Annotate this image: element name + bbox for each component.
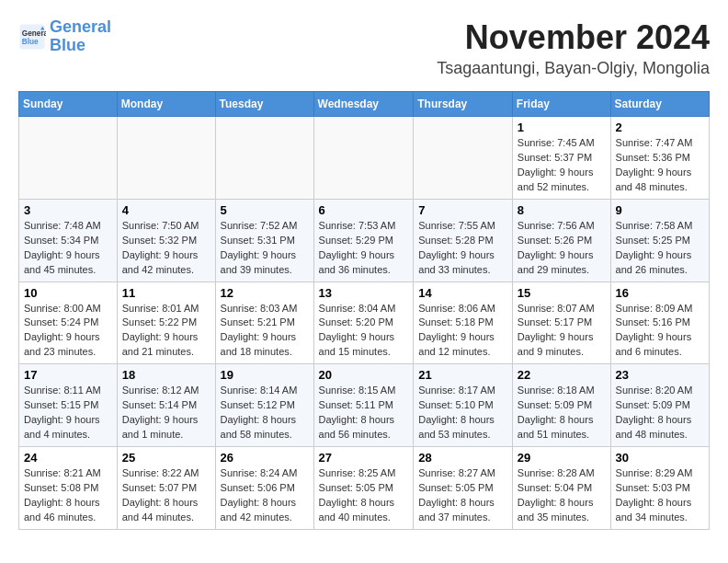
logo: General Blue General Blue bbox=[18, 18, 111, 55]
day-number: 8 bbox=[518, 203, 606, 217]
day-info: Sunrise: 8:20 AMSunset: 5:09 PMDaylight:… bbox=[616, 384, 704, 442]
day-number: 14 bbox=[418, 286, 507, 300]
day-cell: 18Sunrise: 8:12 AMSunset: 5:14 PMDayligh… bbox=[117, 364, 215, 447]
day-info: Sunrise: 8:17 AMSunset: 5:10 PMDaylight:… bbox=[418, 384, 507, 442]
day-info: Sunrise: 8:14 AMSunset: 5:12 PMDaylight:… bbox=[221, 384, 309, 442]
day-number: 27 bbox=[319, 451, 409, 465]
day-number: 24 bbox=[24, 451, 112, 465]
week-row-4: 24Sunrise: 8:21 AMSunset: 5:08 PMDayligh… bbox=[19, 447, 710, 530]
weekday-header-row: SundayMondayTuesdayWednesdayThursdayFrid… bbox=[19, 92, 710, 117]
day-cell: 11Sunrise: 8:01 AMSunset: 5:22 PMDayligh… bbox=[117, 282, 215, 364]
day-cell bbox=[117, 117, 215, 200]
day-number: 22 bbox=[518, 368, 606, 382]
day-info: Sunrise: 7:48 AMSunset: 5:34 PMDaylight:… bbox=[24, 219, 112, 278]
day-cell: 12Sunrise: 8:03 AMSunset: 5:21 PMDayligh… bbox=[215, 282, 313, 364]
svg-text:General: General bbox=[22, 29, 46, 37]
day-number: 18 bbox=[122, 368, 210, 382]
day-number: 19 bbox=[221, 368, 309, 382]
day-number: 25 bbox=[122, 451, 210, 465]
day-cell: 8Sunrise: 7:56 AMSunset: 5:26 PMDaylight… bbox=[512, 199, 610, 282]
week-row-3: 17Sunrise: 8:11 AMSunset: 5:15 PMDayligh… bbox=[19, 364, 710, 447]
day-info: Sunrise: 7:55 AMSunset: 5:28 PMDaylight:… bbox=[418, 219, 507, 278]
day-cell: 19Sunrise: 8:14 AMSunset: 5:12 PMDayligh… bbox=[215, 364, 313, 447]
week-row-0: 1Sunrise: 7:45 AMSunset: 5:37 PMDaylight… bbox=[19, 117, 710, 200]
svg-text:Blue: Blue bbox=[22, 37, 39, 45]
day-cell: 13Sunrise: 8:04 AMSunset: 5:20 PMDayligh… bbox=[313, 282, 414, 364]
day-number: 10 bbox=[24, 286, 112, 300]
title-section: November 2024 Tsagaantungi, Bayan-Olgiy,… bbox=[437, 18, 710, 78]
day-info: Sunrise: 7:52 AMSunset: 5:31 PMDaylight:… bbox=[221, 219, 309, 278]
week-row-2: 10Sunrise: 8:00 AMSunset: 5:24 PMDayligh… bbox=[19, 282, 710, 364]
day-info: Sunrise: 8:04 AMSunset: 5:20 PMDaylight:… bbox=[319, 302, 409, 361]
day-cell: 29Sunrise: 8:28 AMSunset: 5:04 PMDayligh… bbox=[512, 447, 610, 530]
day-info: Sunrise: 8:24 AMSunset: 5:06 PMDaylight:… bbox=[221, 466, 309, 525]
day-cell: 20Sunrise: 8:15 AMSunset: 5:11 PMDayligh… bbox=[313, 364, 414, 447]
day-info: Sunrise: 8:07 AMSunset: 5:17 PMDaylight:… bbox=[518, 302, 606, 361]
day-number: 26 bbox=[221, 451, 309, 465]
logo-text: General Blue bbox=[50, 18, 111, 55]
calendar-table: SundayMondayTuesdayWednesdayThursdayFrid… bbox=[18, 91, 710, 530]
day-cell: 5Sunrise: 7:52 AMSunset: 5:31 PMDaylight… bbox=[215, 199, 313, 282]
day-cell: 14Sunrise: 8:06 AMSunset: 5:18 PMDayligh… bbox=[414, 282, 513, 364]
logo-blue: Blue bbox=[50, 36, 85, 54]
day-cell: 28Sunrise: 8:27 AMSunset: 5:05 PMDayligh… bbox=[414, 447, 513, 530]
day-number: 11 bbox=[122, 286, 210, 300]
day-number: 1 bbox=[518, 121, 606, 134]
weekday-header-thursday: Thursday bbox=[414, 92, 513, 117]
day-cell: 23Sunrise: 8:20 AMSunset: 5:09 PMDayligh… bbox=[610, 364, 709, 447]
weekday-header-saturday: Saturday bbox=[610, 92, 709, 117]
day-info: Sunrise: 7:56 AMSunset: 5:26 PMDaylight:… bbox=[518, 219, 606, 278]
day-info: Sunrise: 7:58 AMSunset: 5:25 PMDaylight:… bbox=[616, 219, 704, 278]
day-info: Sunrise: 8:21 AMSunset: 5:08 PMDaylight:… bbox=[24, 466, 112, 525]
day-number: 23 bbox=[616, 368, 704, 382]
day-cell: 24Sunrise: 8:21 AMSunset: 5:08 PMDayligh… bbox=[19, 447, 118, 530]
logo-icon: General Blue bbox=[18, 23, 46, 51]
day-cell: 7Sunrise: 7:55 AMSunset: 5:28 PMDaylight… bbox=[414, 199, 513, 282]
day-cell: 26Sunrise: 8:24 AMSunset: 5:06 PMDayligh… bbox=[215, 447, 313, 530]
day-number: 3 bbox=[24, 203, 112, 217]
day-info: Sunrise: 8:15 AMSunset: 5:11 PMDaylight:… bbox=[319, 384, 409, 442]
day-cell: 22Sunrise: 8:18 AMSunset: 5:09 PMDayligh… bbox=[512, 364, 610, 447]
day-info: Sunrise: 8:28 AMSunset: 5:04 PMDaylight:… bbox=[518, 466, 606, 525]
calendar-body: 1Sunrise: 7:45 AMSunset: 5:37 PMDaylight… bbox=[19, 117, 710, 530]
day-number: 7 bbox=[418, 203, 507, 217]
day-cell: 4Sunrise: 7:50 AMSunset: 5:32 PMDaylight… bbox=[117, 199, 215, 282]
day-info: Sunrise: 8:03 AMSunset: 5:21 PMDaylight:… bbox=[221, 302, 309, 361]
weekday-header-friday: Friday bbox=[512, 92, 610, 117]
day-number: 20 bbox=[319, 368, 409, 382]
day-info: Sunrise: 8:11 AMSunset: 5:15 PMDaylight:… bbox=[24, 384, 112, 442]
weekday-header-sunday: Sunday bbox=[19, 92, 118, 117]
day-cell: 9Sunrise: 7:58 AMSunset: 5:25 PMDaylight… bbox=[610, 199, 709, 282]
day-number: 13 bbox=[319, 286, 409, 300]
day-cell: 6Sunrise: 7:53 AMSunset: 5:29 PMDaylight… bbox=[313, 199, 414, 282]
day-number: 6 bbox=[319, 203, 409, 217]
day-number: 28 bbox=[418, 451, 507, 465]
day-cell: 17Sunrise: 8:11 AMSunset: 5:15 PMDayligh… bbox=[19, 364, 118, 447]
day-cell: 1Sunrise: 7:45 AMSunset: 5:37 PMDaylight… bbox=[512, 117, 610, 200]
day-info: Sunrise: 7:45 AMSunset: 5:37 PMDaylight:… bbox=[518, 136, 606, 195]
day-number: 2 bbox=[616, 121, 704, 134]
day-info: Sunrise: 8:25 AMSunset: 5:05 PMDaylight:… bbox=[319, 466, 409, 525]
weekday-header-wednesday: Wednesday bbox=[313, 92, 414, 117]
day-number: 29 bbox=[518, 451, 606, 465]
day-info: Sunrise: 8:22 AMSunset: 5:07 PMDaylight:… bbox=[122, 466, 210, 525]
day-number: 16 bbox=[616, 286, 704, 300]
day-number: 9 bbox=[616, 203, 704, 217]
day-cell: 16Sunrise: 8:09 AMSunset: 5:16 PMDayligh… bbox=[610, 282, 709, 364]
day-number: 15 bbox=[518, 286, 606, 300]
day-cell: 3Sunrise: 7:48 AMSunset: 5:34 PMDaylight… bbox=[19, 199, 118, 282]
day-info: Sunrise: 8:09 AMSunset: 5:16 PMDaylight:… bbox=[616, 302, 704, 361]
day-info: Sunrise: 8:00 AMSunset: 5:24 PMDaylight:… bbox=[24, 302, 112, 361]
day-number: 17 bbox=[24, 368, 112, 382]
day-cell: 2Sunrise: 7:47 AMSunset: 5:36 PMDaylight… bbox=[610, 117, 709, 200]
week-row-1: 3Sunrise: 7:48 AMSunset: 5:34 PMDaylight… bbox=[19, 199, 710, 282]
day-info: Sunrise: 7:47 AMSunset: 5:36 PMDaylight:… bbox=[616, 136, 704, 195]
day-number: 12 bbox=[221, 286, 309, 300]
day-cell: 30Sunrise: 8:29 AMSunset: 5:03 PMDayligh… bbox=[610, 447, 709, 530]
day-info: Sunrise: 7:53 AMSunset: 5:29 PMDaylight:… bbox=[319, 219, 409, 278]
day-info: Sunrise: 8:06 AMSunset: 5:18 PMDaylight:… bbox=[418, 302, 507, 361]
day-cell bbox=[313, 117, 414, 200]
day-cell: 21Sunrise: 8:17 AMSunset: 5:10 PMDayligh… bbox=[414, 364, 513, 447]
day-number: 30 bbox=[616, 451, 704, 465]
weekday-header-monday: Monday bbox=[117, 92, 215, 117]
